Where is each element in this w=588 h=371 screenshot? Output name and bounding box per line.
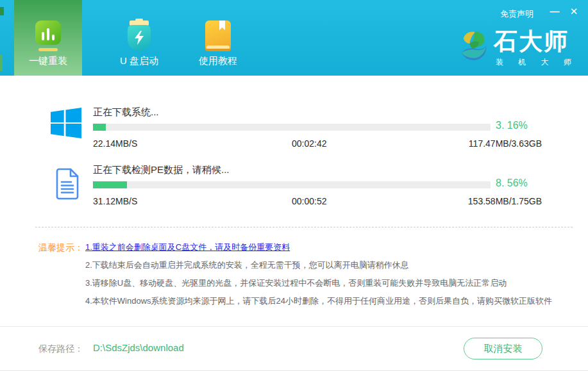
tip-item-1[interactable]: 1.重装之前会删除桌面及C盘文件，请及时备份重要资料 [85,238,573,256]
download-title: 正在下载系统... [93,106,542,118]
progress-bar [93,181,491,188]
tip-item-3: 3.请移除U盘、移动硬盘、光驱里的光盘，并保证安装过程中不会断电，否则重装可能失… [85,274,573,292]
download-time-remaining: 00:02:42 [292,138,327,149]
document-icon [55,168,80,202]
dashed-divider [35,227,573,227]
tips-label: 温馨提示： [38,238,83,256]
close-button[interactable]: ✕ [567,5,580,18]
lightning-icon [134,31,144,45]
cancel-install-button[interactable]: 取消安装 [464,338,542,359]
tip-item-4: 4.本软件Windows系统资源均来源于网上，请下载后24小时删除，不得用于任何… [85,292,573,310]
progress-fill [93,181,127,188]
usb-icon [127,21,151,51]
progress-percent: 8. 56% [496,177,528,189]
tab-label: U 盘启动 [120,55,158,67]
save-path-value: D:\SdsZjds\download [93,342,184,353]
tab-one-key-reinstall[interactable]: 一键重装 [14,0,82,76]
download-stats: 22.14MB/S 00:02:42 117.47MB/3.63GB [93,138,542,149]
download-size: 117.47MB/3.63GB [469,138,542,149]
tab-label: 一键重装 [29,55,67,67]
brand-logo: 石大师 装 机 大 师 [459,28,578,68]
decorative-notch [0,7,4,15]
minimize-button[interactable]: — [548,5,561,18]
brand-subtitle: 装 机 大 师 [496,57,578,68]
book-icon [205,21,231,51]
brand-logo-icon [459,28,489,65]
tab-icon-underline [38,48,58,51]
download-title: 正在下载检测PE数据，请稍候... [93,164,542,176]
download-size: 153.58MB/1.75GB [468,196,542,206]
tab-usb-boot[interactable]: U 盘启动 [105,0,173,76]
tab-label: 使用教程 [199,55,237,67]
chart-icon [35,21,61,45]
download-time-remaining: 00:00:52 [292,196,327,206]
progress-bar [93,124,491,131]
tips-list: 1.重装之前会删除桌面及C盘文件，请及时备份重要资料 2.下载结束后会自动重启并… [85,238,573,310]
brand-name: 石大师 [494,28,578,55]
windows-icon [50,108,82,141]
progress-fill [93,124,106,131]
header: 一键重装 U 盘启动 使用教程 免责声明 [0,0,588,76]
save-path-label: 保存路径： [38,343,83,355]
download-speed: 31.12MB/S [93,196,137,206]
app-window: 一键重装 U 盘启动 使用教程 免责声明 [0,0,588,371]
tab-tutorial[interactable]: 使用教程 [184,0,252,76]
tip-item-2: 2.下载结束后会自动重启并完成系统的安装，全程无需干预，您可以离开电脑请稍作休息 [85,256,573,274]
download-speed: 22.14MB/S [93,138,137,149]
decorative-notch [0,54,3,71]
footer-divider [0,326,588,327]
progress-percent: 3. 16% [496,120,528,131]
download-stats: 31.12MB/S 00:00:52 153.58MB/1.75GB [93,196,542,207]
disclaimer-link[interactable]: 免责声明 [500,8,533,20]
